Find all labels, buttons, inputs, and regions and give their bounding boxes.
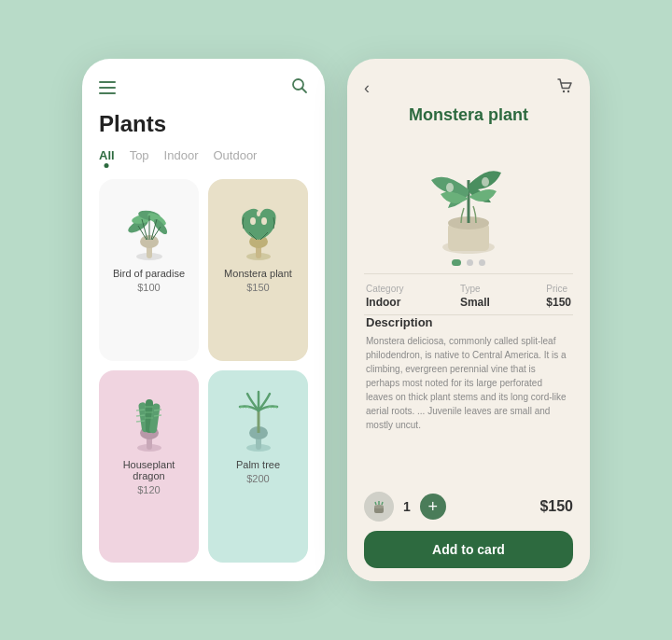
category-label: Category — [366, 284, 404, 294]
plant-grid: Bird of paradise $100 — [99, 179, 308, 563]
plant-name-bird: Bird of paradise — [113, 268, 185, 279]
plant-price-dragon: $120 — [137, 484, 160, 495]
dot-1[interactable] — [452, 259, 461, 266]
quantity-plus-button[interactable]: + — [420, 494, 446, 520]
quantity-number: 1 — [403, 499, 411, 514]
meta-type: Type Small — [460, 284, 490, 309]
right-phone: ‹ Monstera plant — [347, 59, 590, 581]
svg-line-36 — [154, 415, 161, 416]
type-value: Small — [460, 296, 490, 309]
total-price: $150 — [539, 498, 573, 515]
svg-line-35 — [154, 410, 161, 410]
left-header — [99, 77, 308, 98]
product-image-area — [347, 129, 590, 259]
plant-image-monstera — [226, 190, 291, 260]
plant-card-monstera[interactable]: Monstera plant $150 — [208, 179, 308, 361]
dot-2[interactable] — [467, 259, 473, 266]
svg-point-50 — [374, 505, 384, 508]
plant-price-bird: $100 — [137, 282, 160, 293]
left-phone: Plants All Top Indoor Outdoor — [82, 59, 325, 581]
svg-point-18 — [250, 217, 256, 225]
tab-outdoor[interactable]: Outdoor — [213, 148, 257, 166]
price-label: Price — [546, 284, 571, 294]
svg-point-47 — [446, 183, 454, 192]
svg-point-20 — [257, 211, 260, 216]
svg-line-29 — [136, 410, 145, 410]
svg-line-53 — [382, 502, 383, 505]
carousel-dots — [347, 259, 590, 273]
bottom-actions: 1 + $150 Add to card — [347, 482, 590, 581]
tab-top[interactable]: Top — [130, 148, 149, 166]
plant-name-monstera: Monstera plant — [224, 268, 292, 279]
svg-line-51 — [375, 502, 376, 505]
quantity-row: 1 + $150 — [364, 492, 573, 522]
tab-all[interactable]: All — [99, 148, 115, 166]
svg-line-30 — [136, 415, 145, 416]
description-section: Description Monstera deliciosa, commonly… — [347, 315, 590, 482]
plant-price-monstera: $150 — [246, 282, 269, 293]
plant-price-palm: $200 — [246, 473, 269, 484]
description-title: Description — [366, 315, 571, 329]
page-title: Plants — [99, 111, 308, 137]
menu-icon[interactable] — [99, 81, 116, 94]
plant-card-bird[interactable]: Bird of paradise $100 — [99, 179, 199, 361]
svg-point-41 — [563, 90, 565, 92]
search-icon[interactable] — [291, 77, 308, 98]
category-value: Indoor — [366, 296, 404, 309]
plant-name-dragon: Houseplant dragon — [108, 459, 189, 481]
plant-image-bird — [117, 190, 182, 260]
meta-category: Category Indoor — [366, 284, 404, 309]
plant-name-palm: Palm tree — [236, 459, 280, 470]
category-tabs: All Top Indoor Outdoor — [99, 148, 308, 166]
back-button[interactable]: ‹ — [364, 78, 370, 98]
meta-price: Price $150 — [546, 284, 571, 309]
description-text: Monstera deliciosa, commonly called spli… — [366, 334, 571, 432]
svg-point-48 — [482, 177, 489, 187]
add-to-cart-button[interactable]: Add to card — [364, 531, 573, 568]
cart-icon[interactable] — [556, 77, 573, 98]
svg-line-1 — [302, 89, 307, 93]
svg-line-31 — [136, 421, 145, 422]
product-title: Monstera plant — [347, 98, 590, 129]
dot-3[interactable] — [479, 259, 485, 266]
svg-point-19 — [261, 217, 267, 225]
plant-card-dragon[interactable]: Houseplant dragon $120 — [99, 370, 199, 563]
plant-image-dragon — [117, 382, 182, 452]
plant-card-palm[interactable]: Palm tree $200 — [208, 370, 308, 563]
svg-point-42 — [567, 90, 569, 92]
product-meta: Category Indoor Type Small Price $150 — [347, 274, 590, 314]
type-label: Type — [460, 284, 490, 294]
price-value: $150 — [546, 296, 571, 309]
right-header: ‹ — [347, 59, 590, 98]
tab-indoor[interactable]: Indoor — [164, 148, 199, 166]
plant-image-palm — [226, 382, 291, 452]
quantity-controls: 1 + — [364, 492, 446, 522]
qty-pot-icon — [364, 492, 394, 522]
